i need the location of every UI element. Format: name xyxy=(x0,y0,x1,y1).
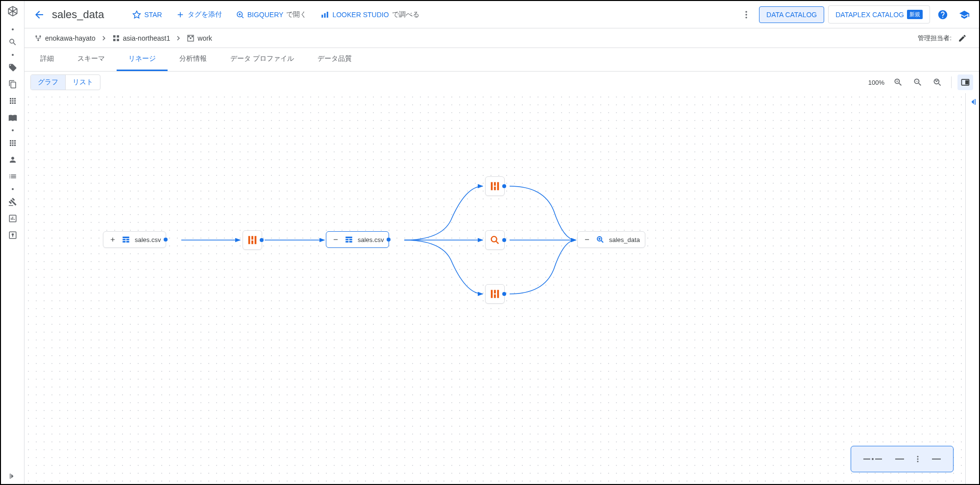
tab-insights[interactable]: 分析情報 xyxy=(168,48,219,71)
svg-rect-24 xyxy=(966,81,968,84)
node-output-port xyxy=(502,238,506,242)
tab-details[interactable]: 詳細 xyxy=(28,48,66,71)
dataplex-catalog-tab[interactable]: DATAPLEX CATALOG 新規 xyxy=(828,5,930,24)
svg-rect-44 xyxy=(494,182,496,186)
top-header: sales_data STAR タグを添付 BIGQUERY で開く LOOKE… xyxy=(24,1,979,28)
help-icon[interactable] xyxy=(934,6,952,24)
node-output-port xyxy=(164,238,168,242)
chevron-right-icon xyxy=(174,34,183,43)
zoom-out-icon[interactable] xyxy=(910,74,926,90)
lineage-graph-canvas[interactable]: sales.csv sales.csv xyxy=(24,93,965,484)
dataplex-catalog-label: DATAPLEX CATALOG xyxy=(835,11,904,19)
search-icon[interactable] xyxy=(5,34,21,50)
lineage-node-transform-3[interactable] xyxy=(485,284,505,304)
nav-separator-dot xyxy=(12,28,14,30)
tab-label: スキーマ xyxy=(77,54,105,63)
svg-rect-15 xyxy=(117,35,119,38)
tag-label: タグを添付 xyxy=(188,10,222,19)
legend-item xyxy=(895,459,904,460)
node-label: sales_data xyxy=(609,236,640,243)
svg-point-12 xyxy=(39,35,41,37)
detail-tabs: 詳細 スキーマ リネージ 分析情報 データ プロファイル データ品質 xyxy=(24,48,979,72)
svg-rect-29 xyxy=(122,237,129,238)
svg-rect-45 xyxy=(494,187,496,190)
list-icon[interactable] xyxy=(5,169,21,184)
tab-data-profile[interactable]: データ プロファイル xyxy=(219,48,306,71)
tab-label: データ品質 xyxy=(318,54,352,63)
svg-rect-40 xyxy=(349,239,352,241)
book-icon[interactable] xyxy=(5,110,21,125)
zoom-in-icon[interactable] xyxy=(890,74,906,90)
product-logo-icon[interactable] xyxy=(6,5,20,19)
breadcrumb: enokawa-hayato asia-northeast1 work 管理担当… xyxy=(24,28,979,48)
right-panel-toggle[interactable] xyxy=(965,93,979,484)
grid-icon[interactable] xyxy=(5,93,21,109)
data-catalog-tab[interactable]: DATA CATALOG xyxy=(759,6,824,23)
fullscreen-icon[interactable] xyxy=(957,74,973,90)
svg-rect-30 xyxy=(122,239,125,241)
svg-rect-3 xyxy=(10,474,11,479)
page-title: sales_data xyxy=(52,8,104,21)
breadcrumb-label: enokawa-hayato xyxy=(45,34,96,42)
svg-point-21 xyxy=(192,36,193,37)
bigquery-icon xyxy=(595,235,605,244)
breadcrumb-dataset[interactable]: work xyxy=(187,34,212,42)
breadcrumb-project[interactable]: enokawa-hayato xyxy=(34,34,96,42)
node-output-port xyxy=(387,238,391,242)
node-label: sales.csv xyxy=(358,236,384,243)
svg-rect-37 xyxy=(255,236,257,244)
learn-icon[interactable] xyxy=(956,6,973,24)
lineage-node-sales-csv-selected[interactable]: sales.csv xyxy=(326,231,389,248)
zoom-reset-icon[interactable] xyxy=(930,74,945,90)
table-icon xyxy=(121,235,131,244)
tab-lineage[interactable]: リネージ xyxy=(117,48,168,71)
left-nav-sidebar xyxy=(1,1,24,484)
breadcrumb-label: asia-northeast1 xyxy=(123,34,171,42)
lineage-node-query[interactable] xyxy=(485,230,505,250)
tag-icon[interactable] xyxy=(5,60,21,75)
lineage-node-sales-data-target[interactable]: sales_data xyxy=(577,231,645,248)
toolbar-divider xyxy=(951,76,952,88)
lineage-node-transform-2[interactable] xyxy=(485,176,505,196)
svg-point-9 xyxy=(745,14,747,15)
dashboard-icon[interactable] xyxy=(5,211,21,226)
expand-node-icon[interactable] xyxy=(108,235,117,244)
list-view-button[interactable]: リスト xyxy=(65,75,100,90)
node-label: sales.csv xyxy=(135,236,161,243)
data-catalog-label: DATA CATALOG xyxy=(766,11,817,19)
lineage-node-transform-1[interactable] xyxy=(243,230,262,250)
tab-schema[interactable]: スキーマ xyxy=(66,48,117,71)
copy-icon[interactable] xyxy=(5,76,21,92)
svg-rect-31 xyxy=(126,239,129,241)
more-options-button[interactable] xyxy=(737,6,755,24)
node-output-port xyxy=(260,238,264,242)
open-looker-button[interactable]: LOOKER STUDIO で調べる xyxy=(316,7,424,22)
svg-rect-43 xyxy=(491,182,493,191)
edit-admin-button[interactable] xyxy=(956,31,969,45)
tab-label: リネージ xyxy=(128,54,156,63)
collapse-node-icon[interactable] xyxy=(583,235,591,244)
svg-rect-35 xyxy=(251,236,253,240)
svg-rect-46 xyxy=(497,182,499,191)
open-bigquery-button[interactable]: BIGQUERY で開く xyxy=(231,7,312,22)
svg-point-53 xyxy=(917,456,919,458)
gavel-icon[interactable] xyxy=(5,194,21,210)
svg-rect-49 xyxy=(494,290,496,293)
star-button[interactable]: STAR xyxy=(127,7,167,22)
back-button[interactable] xyxy=(30,6,48,24)
lineage-node-sales-csv-source[interactable]: sales.csv xyxy=(103,231,166,248)
graph-view-button[interactable]: グラフ xyxy=(31,75,65,90)
grid-icon[interactable] xyxy=(5,135,21,151)
breadcrumb-region[interactable]: asia-northeast1 xyxy=(112,34,171,42)
attach-tag-button[interactable]: タグを添付 xyxy=(171,7,227,22)
collapse-node-icon[interactable] xyxy=(331,235,340,244)
person-icon[interactable] xyxy=(5,152,21,168)
location-icon[interactable] xyxy=(5,227,21,243)
svg-point-19 xyxy=(190,38,191,39)
tab-data-quality[interactable]: データ品質 xyxy=(306,48,364,71)
looker-suffix: で調べる xyxy=(392,10,419,19)
node-output-port xyxy=(502,292,506,296)
svg-rect-32 xyxy=(122,241,125,242)
svg-point-2 xyxy=(12,234,13,235)
expand-sidebar-icon[interactable] xyxy=(5,468,21,484)
